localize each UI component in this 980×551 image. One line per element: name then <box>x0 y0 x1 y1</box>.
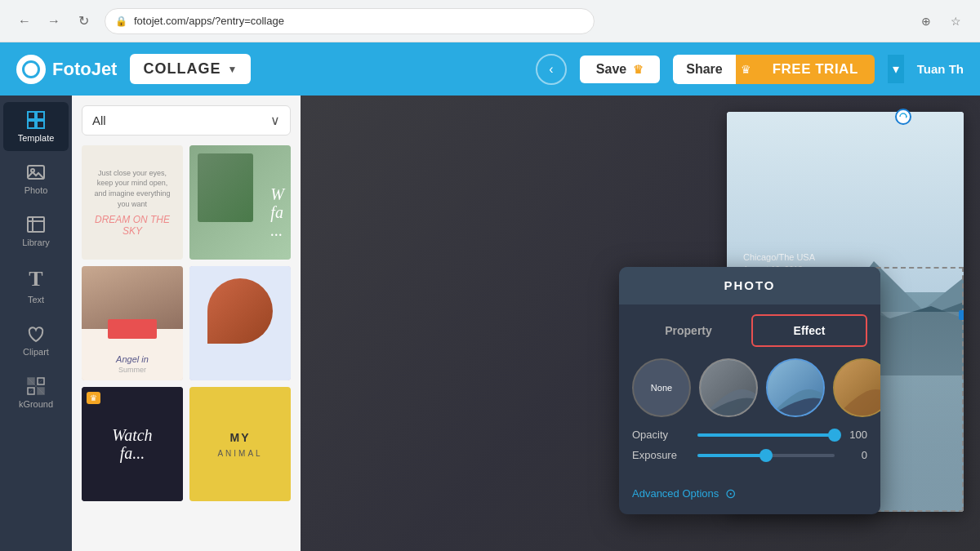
sidebar-item-photo[interactable]: Photo <box>3 154 69 203</box>
advanced-options-link[interactable]: Advanced Options <box>632 487 719 500</box>
clipart-icon <box>26 324 46 344</box>
tpl3-text1: Angel in <box>116 354 149 364</box>
collage-dropdown[interactable]: COLLAGE ▼ <box>130 54 251 84</box>
effect-3[interactable] <box>766 358 825 417</box>
app-header: FotoJet COLLAGE ▼ ‹ Save ♛ Share ♛ FREE … <box>0 42 980 96</box>
template-card-6[interactable]: MY ANIMAL <box>189 387 291 501</box>
svg-rect-0 <box>28 112 35 119</box>
lock-icon: 🔒 <box>115 16 127 27</box>
sidebar: Template Photo Library <box>0 96 72 551</box>
tpl5-crown: ♛ <box>87 392 100 404</box>
clipart-label: Clipart <box>23 347 49 357</box>
effect-none-label: None <box>651 383 672 393</box>
back-arrow-icon: ‹ <box>549 62 553 77</box>
sidebar-item-library[interactable]: Library <box>3 207 69 256</box>
background-icon <box>26 376 46 396</box>
template-card-1[interactable]: Just close your eyes, keep your mind ope… <box>82 145 183 260</box>
url-text: fotojet.com/apps/?entry=collage <box>134 15 284 27</box>
share-button[interactable]: Share <box>673 55 735 84</box>
tpl1-text2: DREAM ON THE SKY <box>90 214 175 237</box>
template-card-3[interactable]: Angel in Summer <box>82 266 183 380</box>
text-icon: T <box>29 267 42 291</box>
bookmark-button[interactable]: ☆ <box>944 10 967 33</box>
filter-label: All <box>92 113 106 127</box>
template-panel: All ∨ Just close your eyes, keep your mi… <box>72 96 301 551</box>
svg-rect-6 <box>28 217 44 232</box>
tpl1-text1: Just close your eyes, keep your mind ope… <box>90 168 175 209</box>
sidebar-item-clipart[interactable]: Clipart <box>3 316 69 365</box>
opacity-value: 100 <box>843 429 867 441</box>
opacity-label: Opacity <box>632 429 689 441</box>
tab-effect[interactable]: Effect <box>751 314 867 347</box>
collage-location: Chicago/The USA <box>743 252 947 262</box>
save-label: Save <box>596 62 626 77</box>
share-crown-icon: ♛ <box>741 63 751 76</box>
exposure-value: 0 <box>843 449 867 461</box>
selection-handle-right[interactable] <box>959 310 964 320</box>
logo-icon <box>16 55 46 84</box>
logo-area: FotoJet <box>16 55 117 84</box>
effect-2[interactable] <box>699 358 758 417</box>
photo-icon <box>26 162 46 182</box>
opacity-row: Opacity 100 <box>632 429 867 441</box>
library-label: Library <box>22 238 50 247</box>
opacity-thumb[interactable] <box>828 429 841 442</box>
tab-property[interactable]: Property <box>632 314 745 347</box>
photo-label: Photo <box>24 185 48 195</box>
sidebar-item-background[interactable]: kGround <box>3 368 69 417</box>
template-card-5[interactable]: ♛ Watchfa... <box>82 387 183 501</box>
template-label: Template <box>18 133 55 143</box>
opacity-fill <box>697 433 835 437</box>
canvas-area: Chicago/The USA August 19, 2018 Watch ou… <box>301 96 980 551</box>
sidebar-item-text[interactable]: T Text <box>3 259 69 313</box>
header-more-button[interactable]: ▾ <box>888 55 904 83</box>
forward-button[interactable]: → <box>42 10 65 33</box>
dialog-tabs: Property Effect <box>619 304 880 347</box>
exposure-slider[interactable] <box>697 454 835 457</box>
effects-row: None <box>619 347 880 429</box>
template-card-4[interactable] <box>189 266 291 380</box>
tpl3-text2: Summer <box>118 366 146 374</box>
browser-actions: ⊕ ☆ <box>915 10 967 33</box>
save-crown-icon: ♛ <box>633 63 644 76</box>
canvas-back-button[interactable]: ‹ <box>536 54 567 85</box>
back-button[interactable]: ← <box>13 10 36 33</box>
save-button[interactable]: Save ♛ <box>580 56 660 83</box>
rotate-handle[interactable] <box>895 109 911 125</box>
main-layout: Template Photo Library <box>0 96 980 551</box>
template-grid: Just close your eyes, keep your mind ope… <box>82 145 291 501</box>
filter-row[interactable]: All ∨ <box>82 105 291 136</box>
user-name: Tuan Th <box>917 62 964 76</box>
template-icon <box>26 110 46 130</box>
sidebar-item-template[interactable]: Template <box>3 102 69 151</box>
exposure-thumb[interactable] <box>760 449 773 462</box>
svg-rect-3 <box>37 121 44 128</box>
share-label: Share <box>686 62 722 76</box>
svg-rect-1 <box>37 112 44 119</box>
advanced-options-row: Advanced Options ⊙ <box>619 479 880 514</box>
template-card-2[interactable]: Wfa... <box>189 145 291 260</box>
browser-chrome: ← → ↻ 🔒 fotojet.com/apps/?entry=collage … <box>0 0 980 42</box>
opacity-slider[interactable] <box>697 433 835 437</box>
tpl6-text2: ANIMAL <box>217 449 262 458</box>
effect-none[interactable]: None <box>632 358 691 417</box>
effect-4[interactable] <box>833 358 880 417</box>
exposure-fill <box>697 454 766 457</box>
dialog-header: PHOTO <box>619 267 880 304</box>
tpl6-text1: MY <box>230 431 251 444</box>
logo-text: FotoJet <box>52 59 117 80</box>
dropdown-arrow-icon: ▼ <box>227 64 238 75</box>
background-label: kGround <box>19 399 53 409</box>
free-trial-button[interactable]: FREE TRIAL <box>756 55 875 84</box>
slider-section: Opacity 100 Exposure 0 <box>619 429 880 479</box>
refresh-button[interactable]: ↻ <box>72 10 95 33</box>
address-bar[interactable]: 🔒 fotojet.com/apps/?entry=collage <box>105 8 595 34</box>
logo-icon-inner <box>22 60 40 78</box>
translate-button[interactable]: ⊕ <box>915 10 938 33</box>
text-label: Text <box>28 295 44 304</box>
advanced-options-icon[interactable]: ⊙ <box>725 486 736 501</box>
nav-buttons: ← → ↻ <box>13 10 95 33</box>
exposure-row: Exposure 0 <box>632 449 867 461</box>
exposure-label: Exposure <box>632 449 689 461</box>
dialog-title: PHOTO <box>724 278 775 292</box>
